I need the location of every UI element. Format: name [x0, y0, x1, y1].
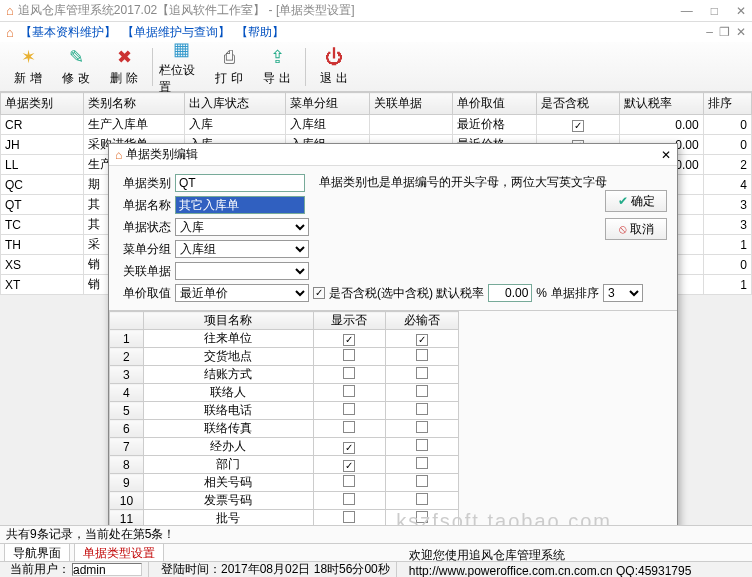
mdi-close-icon[interactable]: ✕	[736, 25, 746, 39]
check-icon: ✔	[618, 194, 628, 208]
cancel-icon: ⦸	[619, 222, 627, 236]
name-input[interactable]	[175, 196, 305, 214]
dialog-title: 单据类别编辑	[126, 146, 198, 163]
menu-basic[interactable]: 【基本资料维护】	[20, 24, 116, 41]
tab-nav[interactable]: 导航界面	[4, 543, 70, 563]
tab-doctype[interactable]: 单据类型设置	[74, 543, 164, 563]
group-select[interactable]: 入库组	[175, 240, 309, 258]
mdi-restore-icon[interactable]: ❐	[719, 25, 730, 39]
mdi-minimize-icon[interactable]: –	[706, 25, 713, 39]
home-icon[interactable]: ⌂	[6, 25, 14, 40]
new-button[interactable]: ✶新 增	[6, 45, 50, 89]
window-title: 追风仓库管理系统2017.02【追风软件工作室】 - [单据类型设置]	[18, 2, 355, 19]
ok-button[interactable]: ✔确定	[605, 190, 667, 212]
price-select[interactable]: 最近单价	[175, 284, 309, 302]
print-button[interactable]: ⎙打 印	[207, 45, 251, 89]
export-button[interactable]: ⇪导 出	[255, 45, 299, 89]
close-icon[interactable]: ✕	[736, 4, 746, 18]
dialog-icon: ⌂	[115, 148, 122, 162]
maximize-icon[interactable]: □	[711, 4, 718, 18]
cancel-button[interactable]: ⦸取消	[605, 218, 667, 240]
rel-select[interactable]	[175, 262, 309, 280]
type-hint: 单据类别也是单据编号的开头字母，两位大写英文字母	[319, 174, 607, 191]
minimize-icon[interactable]: —	[681, 4, 693, 18]
app-icon: ⌂	[6, 3, 14, 18]
sort-select[interactable]: 3	[603, 284, 643, 302]
toolbar: ✶新 增 ✎修 改 ✖删 除 ▦栏位设置 ⎙打 印 ⇪导 出 ⏻退 出	[0, 42, 752, 92]
exit-button[interactable]: ⏻退 出	[312, 45, 356, 89]
delete-button[interactable]: ✖删 除	[102, 45, 146, 89]
columns-button[interactable]: ▦栏位设置	[159, 45, 203, 89]
type-input[interactable]	[175, 174, 305, 192]
menubar: ⌂ 【基本资料维护】 【单据维护与查询】 【帮助】 – ❐ ✕	[0, 22, 752, 42]
record-status: 共有9条记录，当前处在第5条！	[0, 525, 752, 543]
tax-checkbox[interactable]: ✓	[313, 287, 325, 299]
window-titlebar: ⌂ 追风仓库管理系统2017.02【追风软件工作室】 - [单据类型设置] — …	[0, 0, 752, 22]
tax-rate-input[interactable]	[488, 284, 532, 302]
dialog-close-icon[interactable]: ✕	[661, 148, 671, 162]
menu-help[interactable]: 【帮助】	[236, 24, 284, 41]
items-grid[interactable]: 项目名称显示否必输否1往来单位✓✓2交货地点3结账方式4联络人5联络电话6联络传…	[109, 310, 677, 530]
state-select[interactable]: 入库	[175, 218, 309, 236]
edit-dialog: ⌂ 单据类别编辑 ✕ 单据类别也是单据编号的开头字母，两位大写英文字母 ✔确定 …	[108, 143, 678, 531]
status-bar: 当前用户： 登陆时间：2017年08月02日 18时56分00秒 欢迎您使用追风…	[0, 561, 752, 577]
edit-button[interactable]: ✎修 改	[54, 45, 98, 89]
user-field	[72, 563, 142, 576]
